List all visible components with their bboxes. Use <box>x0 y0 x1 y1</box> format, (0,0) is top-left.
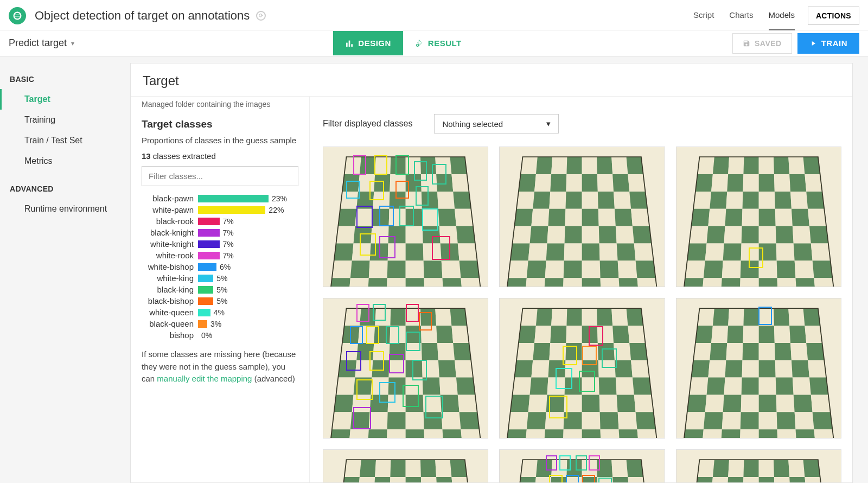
svg-marker-294 <box>532 360 550 378</box>
svg-marker-362 <box>742 360 758 378</box>
svg-marker-147 <box>727 174 743 192</box>
class-label: white-queen <box>142 308 194 317</box>
bounding-box <box>589 326 603 346</box>
bounding-box <box>356 304 369 322</box>
bounding-box <box>369 181 384 200</box>
svg-marker-190 <box>776 260 795 278</box>
svg-marker-392 <box>702 429 722 438</box>
svg-marker-105 <box>547 226 565 244</box>
filter-displayed-select[interactable]: Nothing selected ▾ <box>434 114 559 134</box>
class-percent: 3% <box>210 320 221 328</box>
train-button[interactable]: TRAIN <box>797 33 859 54</box>
annotated-image[interactable] <box>323 147 488 287</box>
svg-marker-347 <box>758 326 774 343</box>
svg-marker-540 <box>803 460 820 477</box>
svg-marker-265 <box>443 429 463 438</box>
svg-marker-163 <box>725 209 742 226</box>
bounding-box <box>353 407 371 429</box>
target-classes-heading: Target classes <box>142 118 298 130</box>
design-icon <box>345 39 354 48</box>
sidebar-item-runtime-env[interactable]: Runtime environment <box>0 199 130 219</box>
bounding-box <box>598 478 611 482</box>
svg-marker-541 <box>695 477 713 482</box>
bounding-box <box>589 455 600 471</box>
svg-marker-170 <box>706 226 725 244</box>
svg-marker-59 <box>442 260 461 278</box>
svg-marker-184 <box>810 243 830 260</box>
predict-target-dropdown[interactable]: Predict target ▾ <box>9 37 74 49</box>
svg-marker-52 <box>458 243 477 260</box>
bounding-box <box>374 155 387 175</box>
refresh-icon[interactable]: ⟳ <box>256 11 266 21</box>
svg-marker-210 <box>450 308 467 326</box>
svg-marker-178 <box>705 243 724 260</box>
tab-design[interactable]: DESIGN <box>333 31 403 55</box>
svg-marker-101 <box>615 209 633 226</box>
svg-marker-300 <box>631 360 649 378</box>
svg-marker-185 <box>685 260 705 278</box>
svg-marker-544 <box>743 477 758 482</box>
svg-marker-171 <box>724 226 742 244</box>
svg-marker-367 <box>689 377 708 395</box>
class-bar-wrap: 7% <box>198 251 298 260</box>
svg-marker-107 <box>582 226 599 244</box>
bounding-box <box>758 307 771 325</box>
sidebar-item-training[interactable]: Training <box>0 110 130 130</box>
svg-marker-262 <box>387 429 406 438</box>
svg-marker-253 <box>369 412 388 429</box>
annotated-image[interactable] <box>676 449 841 482</box>
sidebar-item-metrics[interactable]: Metrics <box>0 151 130 171</box>
manually-edit-mapping-link[interactable]: manually edit the mapping <box>157 374 252 383</box>
bounding-box <box>432 236 450 260</box>
svg-marker-68 <box>461 278 481 287</box>
svg-marker-93 <box>614 192 631 209</box>
class-bar <box>198 286 213 294</box>
sidebar-heading-basic: BASIC <box>0 69 130 89</box>
svg-marker-340 <box>774 308 789 326</box>
class-bar-wrap: 0% <box>198 331 298 340</box>
svg-marker-270 <box>536 308 552 326</box>
app-logo-icon[interactable] <box>9 7 26 24</box>
annotated-image[interactable] <box>676 298 841 438</box>
svg-marker-383 <box>685 412 705 429</box>
svg-marker-292 <box>630 343 648 360</box>
class-bar <box>198 297 213 305</box>
filter-classes-input[interactable] <box>142 166 298 186</box>
annotated-image[interactable] <box>676 147 841 287</box>
class-bar-wrap: 22% <box>198 206 298 214</box>
svg-marker-179 <box>723 243 741 260</box>
svg-marker-90 <box>566 192 582 209</box>
nav-charts[interactable]: Charts <box>729 1 753 30</box>
class-label: white-bishop <box>142 262 194 271</box>
svg-marker-547 <box>789 477 806 482</box>
svg-marker-157 <box>758 192 775 209</box>
svg-marker-412 <box>390 477 405 482</box>
sidebar-item-target[interactable]: Target <box>0 89 130 110</box>
svg-marker-373 <box>793 377 811 395</box>
svg-marker-20 <box>451 174 469 192</box>
annotated-image[interactable] <box>499 449 665 482</box>
annotated-image[interactable] <box>323 298 488 438</box>
svg-marker-403 <box>375 460 391 477</box>
nav-models[interactable]: Models <box>769 1 795 30</box>
svg-marker-176 <box>809 226 828 244</box>
svg-marker-197 <box>758 278 777 287</box>
svg-marker-387 <box>758 412 777 429</box>
main-area: BASIC Target Training Train / Test Set M… <box>0 56 868 483</box>
svg-marker-543 <box>727 477 743 482</box>
annotated-image[interactable] <box>323 449 488 482</box>
svg-marker-390 <box>812 412 832 429</box>
svg-marker-366 <box>808 360 826 378</box>
annotated-image[interactable] <box>499 147 665 287</box>
svg-marker-343 <box>695 326 713 343</box>
actions-button[interactable]: ACTIONS <box>808 7 859 25</box>
svg-marker-191 <box>794 260 814 278</box>
missing-suffix: (advanced) <box>252 374 295 383</box>
nav-script[interactable]: Script <box>693 1 714 30</box>
bounding-box <box>749 247 763 269</box>
svg-marker-357 <box>790 343 808 360</box>
tab-result[interactable]: RESULT <box>403 31 474 55</box>
annotated-image[interactable] <box>499 298 665 438</box>
sidebar-item-train-test-set[interactable]: Train / Test Set <box>0 130 130 151</box>
right-panel: Filter displayed classes Nothing selecte… <box>310 97 852 482</box>
